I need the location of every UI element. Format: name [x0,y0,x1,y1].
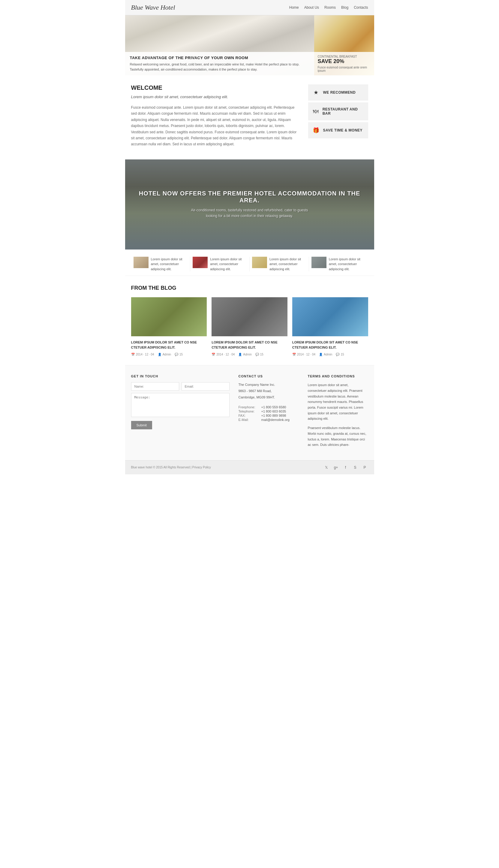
hero-right-caption: CONTINENTAL BREAKFAST SAVE 20% Fusce eui… [314,52,374,75]
footer-bar: Blue wave hotel © 2015 All Rights Reserv… [125,460,374,474]
thumb-item-4[interactable]: Lorem ipsum dolor sit amet, consectetuer… [309,257,368,272]
recommend-box-2[interactable]: 🍽 RESTAURANT AND BAR [308,103,368,120]
feature-banner: HOTEL NOW OFFERS THE PREMIER HOTEL ACCOM… [125,159,374,250]
blog-date-3: 📅2014 · 12 · 04 [292,353,315,356]
comment-icon-2: 💬 [255,353,259,356]
contact-address2: Cambridge, MG09 99HT. [239,395,299,400]
main-nav: Home About Us Rooms Blog Contacts [289,5,368,10]
terms-p2: Praesent vestibulum molestie lacus. Morb… [308,425,368,448]
terms-p1: Lorem ipsum dolor sit amet, consectetuer… [308,382,368,422]
pinterest-icon[interactable]: P [362,464,368,471]
name-input[interactable] [131,382,179,390]
user-icon-3: 👤 [319,353,322,356]
user-icon-2: 👤 [238,353,242,356]
footer-content: GET IN TOUCH Submit CONTACT US The Compa… [125,365,374,460]
welcome-right: ★ WE RECOMMEND 🍽 RESTAURANT AND BAR 🎁 SA… [308,84,368,147]
blog-card-2: LOREM IPSUM DOLOR SIT AMET CO NSE CTETUE… [211,297,288,356]
hero-left-desc: Relaxed welcoming service, great food, c… [130,62,309,72]
google-plus-icon[interactable]: g+ [333,464,339,471]
thumb-item-3[interactable]: Lorem ipsum dolor sit amet, consectetuer… [250,257,309,272]
thumb-img-2 [193,257,208,268]
blog-author-3: 👤Admin [319,353,332,356]
thumb-text-2: Lorem ipsum dolor sit amet, consectetuer… [210,257,247,272]
hero-right: CONTINENTAL BREAKFAST SAVE 20% Fusce eui… [314,15,374,75]
nav-rooms[interactable]: Rooms [324,5,336,10]
contact-freephone-row: Freephone: +1 800 559 6580 [239,405,299,409]
contact-telephone-row: Telephone: +1 800 603 6035 [239,410,299,413]
contact-company: The Company Name Inc. [239,382,299,388]
terms-col: TERMS AND CONDITIONS Lorem ipsum dolor s… [308,374,368,451]
email-input[interactable] [182,382,230,390]
blog-meta-2: 📅2014 · 12 · 04 👤Admin 💬15 [211,353,288,356]
thumb-img-4 [312,257,327,268]
telephone-label: Telephone: [239,410,259,413]
freephone-value: +1 800 559 6580 [261,405,286,409]
thumb-text-3: Lorem ipsum dolor sit amet, consectetuer… [269,257,306,272]
recommend-box-3[interactable]: 🎁 SAVE TIME & MONEY [308,122,368,138]
blog-card-title-2: LOREM IPSUM DOLOR SIT AMET CO NSE CTETUE… [211,340,288,350]
blog-meta-3: 📅2014 · 12 · 04 👤Admin 💬15 [292,353,368,356]
welcome-body: Fusce euismod consequat ante. Lorem ipsu… [131,105,299,147]
skype-icon[interactable]: S [352,464,358,471]
feature-banner-overlay: HOTEL NOW OFFERS THE PREMIER HOTEL ACCOM… [125,159,374,250]
calendar-icon-1: 📅 [131,353,135,356]
hero-left-caption: TAKE ADVANTAGE OF THE PRIVACY OF YOUR OW… [125,52,314,75]
twitter-icon[interactable]: 𝕏 [323,464,330,471]
thumb-img-1 [134,257,148,268]
contact-address1: 9863 - 9867 Mill Road, [239,388,299,394]
thumb-item-1[interactable]: Lorem ipsum dolor sit amet, consectetuer… [131,257,191,272]
blog-img-1 [131,297,207,336]
calendar-icon-3: 📅 [292,353,296,356]
star-icon: ★ [312,89,319,96]
blog-img-3 [292,297,368,336]
feature-title: HOTEL NOW OFFERS THE PREMIER HOTEL ACCOM… [131,190,368,204]
terms-title: TERMS AND CONDITIONS [308,374,368,378]
blog-comments-1: 💬15 [175,353,183,356]
nav-home[interactable]: Home [289,5,299,10]
contact-info: The Company Name Inc. 9863 - 9867 Mill R… [239,382,299,422]
logo: Blue Wave Hotel [131,4,175,11]
contact-fax-row: FAX: +1 800 889 9898 [239,414,299,417]
blog-date-1: 📅2014 · 12 · 04 [131,353,154,356]
telephone-value: +1 800 603 6035 [261,410,286,413]
welcome-title: WELCOME [131,84,299,91]
contact-col: CONTACT US The Company Name Inc. 9863 - … [239,374,299,451]
welcome-section: WELCOME Lorem ipsum dolor sit amet, cons… [125,75,374,156]
facebook-icon[interactable]: f [342,464,349,471]
blog-card-title-1: LOREM IPSUM DOLOR SIT AMET CO NSE CTETUE… [131,340,207,350]
blog-author-1: 👤Admin [158,353,171,356]
footer-copyright: Blue wave hotel © 2015 All Rights Reserv… [131,466,211,469]
nav-blog[interactable]: Blog [341,5,348,10]
recommend-box-1[interactable]: ★ WE RECOMMEND [308,84,368,100]
thumb-item-2[interactable]: Lorem ipsum dolor sit amet, consectetuer… [190,257,250,272]
footer-social: 𝕏 g+ f S P [323,464,368,471]
blog-section: FROM THE BLOG LOREM IPSUM DOLOR SIT AMET… [125,276,374,365]
get-in-touch-title: GET IN TOUCH [131,374,230,378]
fax-label: FAX: [239,414,259,417]
hero-section: TAKE ADVANTAGE OF THE PRIVACY OF YOUR OW… [125,15,374,75]
hero-left: TAKE ADVANTAGE OF THE PRIVACY OF YOUR OW… [125,15,314,75]
blog-title: FROM THE BLOG [131,285,368,291]
nav-contacts[interactable]: Contacts [354,5,368,10]
gift-icon: 🎁 [312,127,319,134]
calendar-icon-2: 📅 [211,353,215,356]
blog-date-2: 📅2014 · 12 · 04 [211,353,235,356]
thumb-text-1: Lorem ipsum dolor sit amet, consectetuer… [151,257,188,272]
message-textarea[interactable] [131,393,230,417]
blog-card-title-3: LOREM IPSUM DOLOR SIT AMET CO NSE CTETUE… [292,340,368,350]
hero-right-sub: CONTINENTAL BREAKFAST [318,55,370,58]
rec-label-1: WE RECOMMEND [323,91,356,95]
thumbnails-row: Lorem ipsum dolor sit amet, consectetuer… [125,253,374,276]
blog-comments-3: 💬15 [336,353,344,356]
email-value: mail@demolink.org [261,418,290,422]
nav-about[interactable]: About Us [304,5,319,10]
hero-right-desc: Fusce euismod consequat ante orem ipsum [318,66,370,72]
blog-author-2: 👤Admin [238,353,252,356]
hero-left-title: TAKE ADVANTAGE OF THE PRIVACY OF YOUR OW… [130,56,309,60]
blog-comments-2: 💬15 [255,353,264,356]
restaurant-icon: 🍽 [312,108,319,115]
freephone-label: Freephone: [239,405,259,409]
blog-card-3: LOREM IPSUM DOLOR SIT AMET CO NSE CTETUE… [292,297,368,356]
rec-label-2: RESTAURANT AND BAR [322,107,364,116]
submit-button[interactable]: Submit [131,421,152,429]
